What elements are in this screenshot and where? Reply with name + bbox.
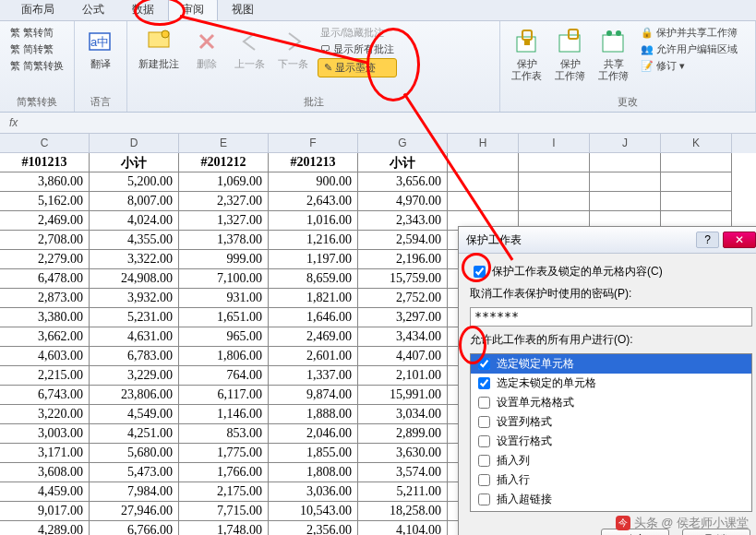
cell[interactable]: 4,459.00 [0, 482, 90, 502]
cell[interactable]: 965.00 [179, 327, 269, 347]
cell[interactable]: 1,197.00 [269, 250, 358, 269]
cell[interactable]: 4,970.00 [358, 192, 448, 211]
cell[interactable]: 2,101.00 [358, 366, 448, 386]
cell[interactable]: #201212 [179, 153, 269, 172]
cell[interactable]: 7,100.00 [179, 269, 269, 289]
cell[interactable]: 5,680.00 [90, 444, 179, 463]
tab-面布局[interactable]: 面布局 [7, 0, 68, 20]
col-header[interactable]: I [519, 134, 590, 153]
col-header[interactable]: K [661, 134, 732, 153]
cell[interactable]: 2,601.00 [269, 347, 358, 366]
allow-edit-btn[interactable]: 👥 允许用户编辑区域 [638, 42, 740, 57]
protect-sheet-button[interactable]: 保护 工作表 [508, 25, 546, 84]
cell[interactable]: 2,708.00 [0, 231, 90, 250]
cell[interactable]: 6,783.00 [90, 347, 179, 366]
cell[interactable] [519, 153, 590, 172]
cell[interactable]: 2,594.00 [358, 231, 448, 250]
cell[interactable]: 3,036.00 [269, 482, 358, 502]
cell[interactable]: 1,016.00 [269, 211, 358, 231]
cell[interactable]: 2,046.00 [269, 424, 358, 444]
cell[interactable]: 4,407.00 [358, 347, 448, 366]
cell[interactable]: 5,162.00 [0, 192, 90, 211]
simpletrad-item[interactable]: 繁 简繁转换 [7, 58, 66, 74]
dialog-close-button[interactable]: ✕ [723, 232, 756, 248]
cell[interactable]: 1,146.00 [179, 405, 269, 424]
tab-视图[interactable]: 视图 [218, 0, 268, 20]
cell[interactable]: 7,715.00 [179, 502, 269, 521]
cell[interactable]: 1,378.00 [179, 231, 269, 250]
simpletrad-item[interactable]: 繁 简转繁 [7, 42, 66, 57]
cell[interactable]: 1,766.00 [179, 463, 269, 482]
col-header[interactable]: H [448, 134, 519, 153]
cell[interactable]: 1,808.00 [269, 463, 358, 482]
cell[interactable] [661, 172, 732, 192]
cell[interactable] [519, 192, 590, 211]
cell[interactable]: 1,327.00 [179, 211, 269, 231]
show-ink-btn[interactable]: ✎ 显示墨迹 [318, 58, 397, 77]
cell[interactable]: 18,258.00 [358, 502, 448, 521]
cell[interactable]: 1,069.00 [179, 172, 269, 192]
cell[interactable]: 3,656.00 [358, 172, 448, 192]
cell[interactable]: 2,469.00 [269, 327, 358, 347]
cell[interactable]: 2,327.00 [179, 192, 269, 211]
cell[interactable]: 1,748.00 [179, 521, 269, 535]
cell[interactable]: 2,343.00 [358, 211, 448, 231]
cell[interactable]: 3,297.00 [358, 308, 448, 327]
perm-item[interactable]: 选定锁定单元格 [471, 354, 751, 374]
cell[interactable]: 小计 [358, 153, 448, 172]
cell[interactable]: 2,175.00 [179, 482, 269, 502]
cell[interactable]: 4,104.00 [358, 521, 448, 535]
dialog-help-button[interactable]: ? [696, 232, 719, 248]
cell[interactable]: 764.00 [179, 366, 269, 386]
share-workbook-button[interactable]: 共享 工作簿 [594, 25, 632, 84]
cell[interactable]: 3,322.00 [90, 250, 179, 269]
cell[interactable]: 931.00 [179, 289, 269, 308]
password-input[interactable] [470, 307, 752, 327]
cell[interactable]: 999.00 [179, 250, 269, 269]
cell[interactable] [590, 153, 661, 172]
cell[interactable]: 2,469.00 [0, 211, 90, 231]
tab-数据[interactable]: 数据 [118, 0, 168, 20]
cell[interactable]: 1,646.00 [269, 308, 358, 327]
cell[interactable]: 1,888.00 [269, 405, 358, 424]
cell[interactable]: 6,478.00 [0, 269, 90, 289]
cell[interactable]: 4,631.00 [90, 327, 179, 347]
tab-审阅[interactable]: 审阅 [168, 0, 218, 20]
perm-item[interactable]: 插入列 [471, 451, 751, 470]
cell[interactable]: 2,752.00 [358, 289, 448, 308]
perm-item[interactable]: 选定未锁定的单元格 [471, 374, 751, 393]
cell[interactable] [448, 153, 519, 172]
cell[interactable]: 2,196.00 [358, 250, 448, 269]
cell[interactable] [590, 172, 661, 192]
cell[interactable]: 3,608.00 [0, 463, 90, 482]
cell[interactable]: 3,932.00 [90, 289, 179, 308]
perm-item[interactable]: 设置行格式 [471, 432, 751, 451]
cell[interactable]: 10,543.00 [269, 502, 358, 521]
cell[interactable]: 1,216.00 [269, 231, 358, 250]
cell[interactable]: 1,337.00 [269, 366, 358, 386]
cell[interactable]: 1,651.00 [179, 308, 269, 327]
cell[interactable]: 24,908.00 [90, 269, 179, 289]
formula-bar[interactable]: fx [0, 113, 756, 134]
cell[interactable]: 4,289.00 [0, 521, 90, 535]
tab-公式[interactable]: 公式 [68, 0, 118, 20]
cell[interactable]: 900.00 [269, 172, 358, 192]
cell[interactable]: #201213 [269, 153, 358, 172]
cell[interactable]: 2,873.00 [0, 289, 90, 308]
col-header[interactable]: G [358, 134, 448, 153]
cell[interactable]: 2,899.00 [358, 424, 448, 444]
cell[interactable] [661, 192, 732, 211]
col-header[interactable]: D [90, 134, 179, 153]
cell[interactable]: 4,603.00 [0, 347, 90, 366]
cell[interactable]: 3,630.00 [358, 444, 448, 463]
cell[interactable] [448, 172, 519, 192]
perm-item[interactable]: 删除列 [471, 509, 751, 512]
col-header[interactable]: F [269, 134, 358, 153]
cell[interactable]: 3,229.00 [90, 366, 179, 386]
cell[interactable] [448, 192, 519, 211]
cell[interactable]: 2,215.00 [0, 366, 90, 386]
protect-share-btn[interactable]: 🔒 保护并共享工作簿 [638, 25, 740, 41]
cell[interactable] [590, 192, 661, 211]
col-header[interactable]: E [179, 134, 269, 153]
perm-item[interactable]: 设置列格式 [471, 412, 751, 432]
